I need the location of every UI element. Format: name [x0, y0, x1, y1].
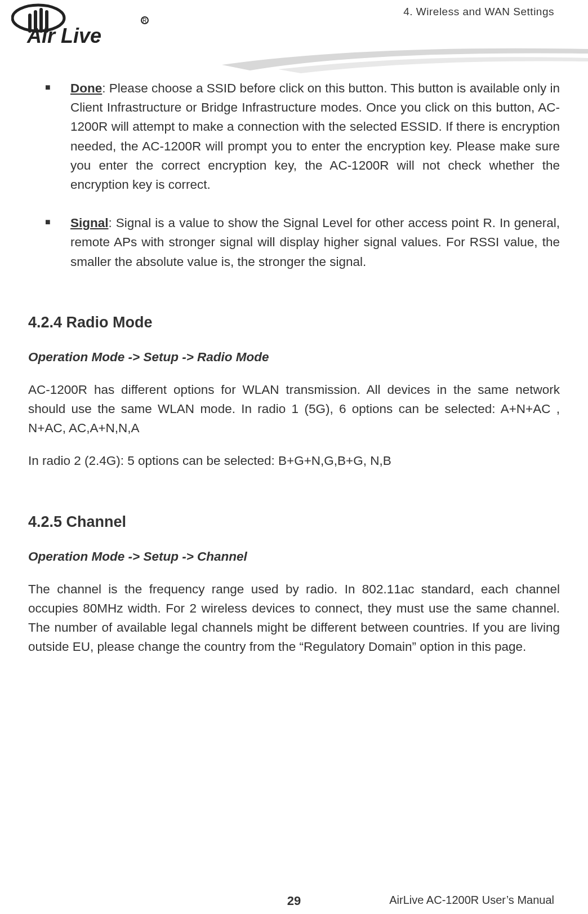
paragraph: AC-1200R has different options for WLAN …	[28, 380, 560, 438]
paragraph: In radio 2 (2.4G): 5 options can be sele…	[28, 451, 560, 471]
breadcrumb-radio-mode: Operation Mode -> Setup -> Radio Mode	[28, 348, 560, 367]
bullet-item-signal: Signal: Signal is a value to show the Si…	[45, 214, 560, 272]
svg-text:Air Live: Air Live	[26, 24, 101, 47]
svg-text:R: R	[142, 17, 146, 24]
page-content: Done: Please choose a SSID before click …	[0, 68, 588, 657]
manual-name: AirLive AC-1200R User’s Manual	[389, 894, 554, 907]
section-heading-channel: 4.2.5 Channel	[28, 511, 560, 534]
chapter-title: 4. Wireless and WAN Settings	[403, 6, 554, 18]
breadcrumb-channel: Operation Mode -> Setup -> Channel	[28, 547, 560, 566]
bullet-list: Done: Please choose a SSID before click …	[45, 79, 560, 272]
bullet-term: Done	[70, 81, 102, 95]
bullet-term: Signal	[70, 216, 109, 230]
airlive-logo: Air Live R	[11, 3, 158, 47]
header-swoosh-decoration	[222, 42, 588, 76]
bullet-text: : Signal is a value to show the Signal L…	[70, 216, 560, 268]
section-heading-radio-mode: 4.2.4 Radio Mode	[28, 311, 560, 334]
page-header: 4. Wireless and WAN Settings Air Live R	[0, 0, 588, 68]
bullet-item-done: Done: Please choose a SSID before click …	[45, 79, 560, 194]
paragraph: The channel is the frequency range used …	[28, 580, 560, 657]
page-number: 29	[287, 894, 301, 908]
bullet-text: : Please choose a SSID before click on t…	[70, 81, 560, 192]
